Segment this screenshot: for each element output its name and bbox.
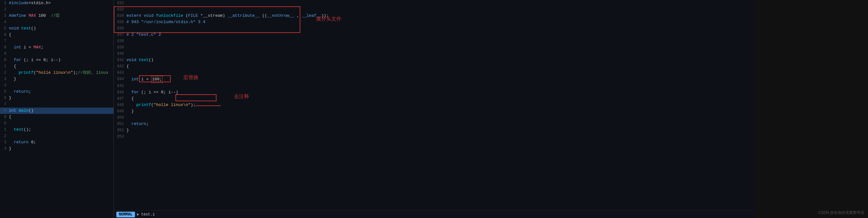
line-17: 7	[0, 101, 114, 108]
line-6: 6 {	[0, 32, 114, 38]
line-10: 0 for (; i <= 0; i--)	[0, 57, 114, 63]
line-24: 4 }	[0, 145, 114, 152]
right-line-835: 835 # 943 "/usr/include/stdio.h" 3 4	[114, 19, 754, 25]
watermark-area: CSDN @东洛的克莱斯韦克	[754, 0, 868, 218]
right-line-852: 852 }	[114, 127, 754, 134]
line-5: 5 void test()	[0, 25, 114, 32]
left-code-area: 1 #include<stdio.h> 2 3 #define MAX 100 …	[0, 0, 114, 218]
line-9: 9	[0, 51, 114, 57]
editor-container: 1 #include<stdio.h> 2 3 #define MAX 100 …	[0, 0, 868, 218]
right-line-848: 848 printf("holle linux\n");	[114, 102, 754, 108]
right-line-840: 840	[114, 51, 754, 57]
right-lines: 832 833 834 extern void funlockfile (FIL…	[114, 0, 754, 140]
line-1: 1 #include<stdio.h>	[0, 0, 114, 6]
right-line-850: 850	[114, 114, 754, 121]
line-8: 8 int i = MAX;	[0, 44, 114, 51]
line-12: 2 printf("holle linux\n");//你好, linux	[0, 70, 114, 76]
right-line-833: 833	[114, 6, 754, 13]
right-line-851: 851 return;	[114, 121, 754, 127]
left-panel: 1 #include<stdio.h> 2 3 #define MAX 100 …	[0, 0, 114, 218]
line-19: 9 {	[0, 114, 114, 120]
line-11: 1 {	[0, 63, 114, 70]
line-7: 7	[0, 38, 114, 44]
mode-arrow: ▶	[137, 212, 139, 217]
right-line-845: 845	[114, 83, 754, 89]
line-3: 3 #define MAX 100 //宏	[0, 13, 114, 19]
watermark-text: CSDN @东洛的克莱斯韦克	[818, 210, 864, 215]
right-line-853: 853	[114, 134, 754, 140]
right-line-844: 844 int i = 100;	[114, 76, 754, 83]
right-line-846: 846 for (; i <= 0; i--)	[114, 89, 754, 96]
right-line-837: 837 # 2 "test.c" 2	[114, 32, 754, 38]
line-18: 8 int main()	[0, 108, 114, 114]
line-15: 5 return;	[0, 89, 114, 95]
right-line-839: 839	[114, 44, 754, 51]
line-16: 6 }	[0, 95, 114, 101]
right-line-834: 834 extern void funlockfile (FILE *__str…	[114, 13, 754, 19]
right-code-area: 展开头文件 宏替换 去注释 832 833 834 extern void fu…	[114, 0, 754, 210]
line-22: 2	[0, 133, 114, 139]
right-line-838: 838	[114, 38, 754, 44]
line-2: 2	[0, 6, 114, 13]
mode-badge: NORMAL	[116, 212, 135, 217]
right-panel: 展开头文件 宏替换 去注释 832 833 834 extern void fu…	[114, 0, 754, 218]
right-line-843: 843	[114, 70, 754, 76]
right-line-842: 842 {	[114, 63, 754, 70]
line-23: 3 return 0;	[0, 139, 114, 145]
right-line-841: 841 void test()	[114, 57, 754, 63]
right-line-832: 832	[114, 0, 754, 6]
right-line-847: 847 {	[114, 96, 754, 102]
line-13: 3 }	[0, 76, 114, 82]
status-bar: NORMAL ▶ test.i	[114, 210, 754, 218]
right-line-849: 849 }	[114, 108, 754, 114]
filename: test.i	[141, 212, 155, 217]
right-line-836: 836	[114, 25, 754, 32]
line-14: 4	[0, 82, 114, 89]
line-21: 1 test();	[0, 127, 114, 133]
line-20: 0	[0, 120, 114, 127]
line-4: 4	[0, 19, 114, 25]
